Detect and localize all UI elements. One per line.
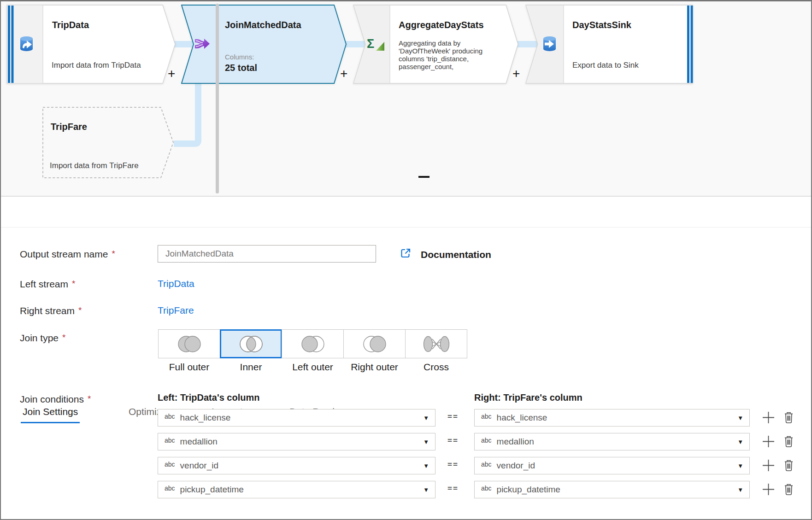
- chevron-down-icon: ▼: [423, 462, 429, 469]
- node-daystatssink[interactable]: DayStatsSink Export data to Sink: [525, 5, 694, 84]
- join-condition-row: abc hack_license ▼ == abc hack_license ▼: [0, 409, 812, 427]
- join-condition-row: abc pickup_datetime ▼ == abc pickup_date…: [0, 481, 812, 498]
- dataflow-editor: TripData Import data from TripData + Joi…: [0, 0, 812, 520]
- source-database-icon: [19, 36, 34, 52]
- string-type-badge: abc: [165, 413, 175, 420]
- trash-icon: [783, 411, 794, 424]
- column-name: hack_license: [497, 413, 547, 423]
- venn-inner-icon: [236, 334, 266, 354]
- string-type-badge: abc: [481, 413, 492, 420]
- right-column-select[interactable]: abc vendor_id ▼: [474, 457, 750, 474]
- venn-right-outer-icon: [360, 334, 389, 354]
- node-columns-count: 25 total: [225, 63, 257, 73]
- column-name: medallion: [180, 437, 218, 447]
- left-column-select[interactable]: abc pickup_datetime ▼: [158, 481, 435, 498]
- delete-condition-button[interactable]: [783, 483, 794, 497]
- plus-icon: [761, 482, 776, 497]
- string-type-badge: abc: [165, 485, 175, 492]
- add-transformation-button[interactable]: +: [512, 67, 520, 80]
- left-column-select[interactable]: abc medallion ▼: [158, 433, 435, 450]
- chevron-down-icon: ▼: [423, 415, 429, 421]
- string-type-badge: abc: [165, 461, 175, 468]
- left-column-select[interactable]: abc vendor_id ▼: [158, 457, 435, 474]
- right-column-header: Right: TripFare's column: [474, 392, 583, 403]
- aggregate-sigma-icon: Σ: [367, 37, 384, 52]
- join-type-option-label: Inner: [220, 362, 282, 373]
- join-type-left-outer-button[interactable]: [282, 329, 344, 358]
- left-column-header: Left: TripData's column: [158, 392, 259, 403]
- join-icon: [194, 37, 210, 51]
- left-column-select[interactable]: abc hack_license ▼: [158, 409, 435, 427]
- node-title: JoinMatchedData: [225, 20, 301, 30]
- node-aggregatedaystats[interactable]: Σ AggregateDayStats Aggregating data by …: [353, 5, 519, 84]
- join-condition-row: abc medallion ▼ == abc medallion ▼: [0, 433, 812, 450]
- join-type-inner-button[interactable]: [220, 329, 282, 358]
- node-title: TripFare: [51, 122, 87, 132]
- join-type-label: Join type*: [20, 333, 65, 344]
- sink-database-icon: [542, 36, 557, 52]
- equals-operator: ==: [438, 484, 468, 493]
- string-type-badge: abc: [481, 461, 492, 468]
- right-stream-label: Right stream*: [20, 305, 82, 316]
- node-description: Import data from TripFare: [50, 161, 139, 170]
- join-type-option-label: Cross: [405, 362, 467, 373]
- add-condition-button[interactable]: [761, 434, 776, 450]
- graph-scrollbar[interactable]: [216, 4, 219, 193]
- venn-full-outer-icon: [175, 334, 204, 354]
- join-type-option-label: Full outer: [158, 362, 220, 373]
- delete-condition-button[interactable]: [783, 435, 794, 449]
- chevron-down-icon: ▼: [737, 462, 743, 469]
- plus-icon: [761, 434, 776, 449]
- node-columns-label: Columns:: [225, 53, 254, 61]
- left-stream-value[interactable]: TripData: [158, 278, 194, 289]
- string-type-badge: abc: [481, 485, 492, 492]
- right-column-select[interactable]: abc medallion ▼: [474, 433, 750, 450]
- add-transformation-button[interactable]: +: [340, 67, 347, 80]
- documentation-label[interactable]: Documentation: [421, 249, 491, 260]
- right-column-select[interactable]: abc pickup_datetime ▼: [474, 481, 750, 498]
- equals-operator: ==: [438, 460, 468, 469]
- column-name: medallion: [497, 437, 534, 447]
- required-marker: *: [88, 394, 91, 403]
- join-type-right-outer-button[interactable]: [343, 329, 406, 358]
- column-name: pickup_datetime: [497, 485, 560, 495]
- column-name: vendor_id: [180, 461, 218, 471]
- add-transformation-button[interactable]: +: [168, 67, 175, 80]
- svg-text:Σ: Σ: [367, 37, 374, 51]
- add-condition-button[interactable]: [761, 482, 776, 498]
- right-column-select[interactable]: abc hack_license ▼: [474, 409, 750, 427]
- delete-condition-button[interactable]: [783, 411, 794, 425]
- join-type-option-label: Right outer: [343, 362, 406, 373]
- documentation-link[interactable]: [400, 248, 411, 261]
- add-condition-button[interactable]: [761, 410, 776, 426]
- string-type-badge: abc: [165, 437, 175, 444]
- trash-icon: [783, 459, 794, 472]
- required-marker: *: [62, 333, 65, 342]
- plus-icon: [761, 410, 776, 425]
- plus-icon: [761, 458, 776, 473]
- left-stream-label: Left stream*: [20, 279, 75, 290]
- dataflow-graph-canvas[interactable]: TripData Import data from TripData + Joi…: [0, 0, 812, 197]
- node-title: AggregateDayStats: [399, 20, 484, 30]
- config-panel-tabs: Join Settings Optimize Inspect Data Prev…: [0, 197, 812, 228]
- join-type-cross-button[interactable]: [405, 329, 467, 358]
- delete-condition-button[interactable]: [783, 459, 794, 473]
- chevron-down-icon: ▼: [423, 438, 429, 445]
- add-condition-button[interactable]: [761, 458, 776, 474]
- node-tripfare-ghost[interactable]: TripFare Import data from TripFare: [42, 107, 174, 178]
- right-stream-value[interactable]: TripFare: [158, 305, 194, 316]
- external-link-icon: [400, 248, 411, 259]
- output-stream-name-label: Output stream name*: [20, 249, 115, 260]
- trash-icon: [783, 483, 794, 496]
- node-description: Import data from TripData: [52, 61, 141, 70]
- panel-resize-handle[interactable]: [418, 176, 430, 178]
- node-tripdata[interactable]: TripData Import data from TripData: [6, 5, 176, 84]
- join-condition-row: abc vendor_id ▼ == abc vendor_id ▼: [0, 457, 812, 474]
- chevron-down-icon: ▼: [737, 415, 743, 421]
- chevron-down-icon: ▼: [423, 486, 429, 493]
- join-type-full-outer-button[interactable]: [158, 329, 220, 358]
- node-joinmatcheddata[interactable]: JoinMatchedData Columns: 25 total: [181, 5, 347, 84]
- string-type-badge: abc: [481, 437, 492, 444]
- column-name: hack_license: [180, 413, 231, 423]
- output-stream-name-input[interactable]: [158, 245, 376, 263]
